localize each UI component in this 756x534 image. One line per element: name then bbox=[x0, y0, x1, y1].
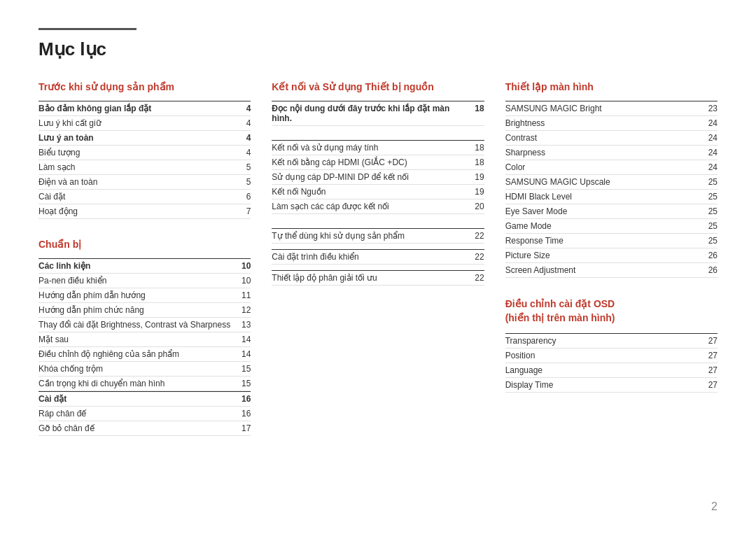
item-label: Khóa chống trộm bbox=[38, 364, 237, 374]
item-label: Làm sạch các cáp được kết nối bbox=[272, 202, 470, 211]
section1-title: Trước khi sử dụng sản phẩm bbox=[38, 81, 251, 92]
list-item: Language27 bbox=[505, 363, 718, 378]
item-page: 25 bbox=[704, 206, 718, 216]
item-label: Thay đổi cài đặt Brightness, Contrast và… bbox=[38, 320, 237, 330]
item-page: 25 bbox=[704, 192, 718, 202]
list-item: Sharpness24 bbox=[505, 146, 718, 160]
item-page: 5 bbox=[237, 162, 251, 172]
item-page: 15 bbox=[237, 364, 251, 374]
item-label: Game Mode bbox=[505, 221, 704, 231]
item-page: 14 bbox=[237, 335, 251, 344]
item-label: Color bbox=[505, 162, 704, 172]
item-label: Lưu ý khi cất giữ bbox=[38, 118, 237, 128]
top-bar bbox=[38, 28, 136, 30]
list-item: SAMSUNG MAGIC Upscale25 bbox=[505, 175, 718, 190]
item-label: Gỡ bỏ chân đế bbox=[38, 423, 237, 433]
list-item: Kết nối Nguồn19 bbox=[272, 185, 484, 199]
item-page: 13 bbox=[237, 320, 251, 330]
item-label: Transparency bbox=[505, 336, 704, 346]
item-page: 25 bbox=[704, 221, 718, 231]
item-page: 4 bbox=[237, 148, 251, 157]
col2-intro-group: Đọc nội dung dưới đây trước khi lắp đặt … bbox=[272, 101, 484, 126]
item-page: 7 bbox=[237, 206, 251, 216]
col3-sec2-items: Transparency27Position27Language27Displa… bbox=[505, 333, 718, 393]
col2-intro-label: Đọc nội dung dưới đây trước khi lắp đặt … bbox=[272, 104, 470, 123]
item-label: Picture Size bbox=[505, 251, 704, 260]
list-item: Bảo đảm không gian lắp đặt4 bbox=[38, 101, 251, 116]
list-item: Hướng dẫn phím chức năng12 bbox=[38, 303, 251, 318]
list-item: Điều chỉnh độ nghiêng của sản phẩm14 bbox=[38, 347, 251, 362]
section2-items: Các linh kiện10Pa-nen điều khiển10Hướng … bbox=[38, 258, 251, 436]
item-page: 26 bbox=[704, 251, 718, 260]
item-label: Biểu tượng bbox=[38, 148, 237, 157]
item-label: Response Time bbox=[505, 236, 704, 246]
list-item: Kết nối bằng cáp HDMI (GIẮC +DC)18 bbox=[272, 155, 484, 170]
list-item: Transparency27 bbox=[505, 333, 718, 349]
col2-item2-label: Tự thể dùng khi sử dụng sản phẩm bbox=[272, 231, 470, 241]
list-item: SAMSUNG MAGIC Bright23 bbox=[505, 101, 718, 116]
col2-extra: Tự thể dùng khi sử dụng sản phẩm 22 Cài … bbox=[272, 228, 484, 286]
item-label: Kết nối và sử dụng máy tính bbox=[272, 143, 470, 153]
item-label: Lưu ý an toàn bbox=[38, 133, 237, 143]
item-page: 18 bbox=[470, 143, 484, 153]
list-item: Lưu ý an toàn4 bbox=[38, 131, 251, 146]
item-label: Hướng dẫn phím dẫn hướng bbox=[38, 290, 237, 300]
item-page: 24 bbox=[704, 118, 718, 128]
col2-intro-page: 18 bbox=[470, 104, 484, 113]
item-page: 16 bbox=[237, 409, 251, 419]
item-label: Eye Saver Mode bbox=[505, 206, 704, 216]
col2-item2-page: 22 bbox=[470, 231, 484, 241]
list-item: Screen Adjustment26 bbox=[505, 263, 718, 278]
section1-items: Bảo đảm không gian lắp đặt4Lưu ý khi cất… bbox=[38, 101, 251, 219]
list-item: Gỡ bỏ chân đế17 bbox=[38, 421, 251, 436]
list-item: Sử dụng cáp DP-MINI DP để kết nối19 bbox=[272, 170, 484, 185]
item-page: 25 bbox=[704, 177, 718, 187]
item-label: Ráp chân đế bbox=[38, 409, 237, 419]
item-page: 10 bbox=[237, 261, 251, 271]
item-label: Điều chỉnh độ nghiêng của sản phẩm bbox=[38, 349, 237, 359]
item-label: Sử dụng cáp DP-MINI DP để kết nối bbox=[272, 172, 470, 182]
list-item: Hướng dẫn phím dẫn hướng11 bbox=[38, 288, 251, 303]
list-item: Ráp chân đế16 bbox=[38, 407, 251, 421]
col2-items: Kết nối và sử dụng máy tính18Kết nối bằn… bbox=[272, 140, 484, 214]
list-item: Biểu tượng4 bbox=[38, 146, 251, 160]
item-page: 18 bbox=[470, 157, 484, 167]
item-page: 20 bbox=[470, 202, 484, 211]
list-item: Picture Size26 bbox=[505, 248, 718, 263]
col2-item3-label: Cài đặt trình điều khiển bbox=[272, 252, 470, 262]
section2-title: Chuẩn bị bbox=[38, 239, 251, 250]
page-title: Mục lục bbox=[38, 38, 718, 60]
item-label: Các linh kiện bbox=[38, 261, 237, 271]
column-2: Kết nối và Sử dụng Thiết bị nguồn Đọc nộ… bbox=[272, 81, 505, 450]
list-item: Cần trọng khi di chuyển màn hình15 bbox=[38, 377, 251, 391]
list-item: Điện và an toàn5 bbox=[38, 175, 251, 190]
item-label: Làm sạch bbox=[38, 162, 237, 172]
list-item: Brightness24 bbox=[505, 116, 718, 131]
list-item: Làm sạch các cáp được kết nối20 bbox=[272, 199, 484, 214]
item-label: Language bbox=[505, 365, 704, 375]
item-label: HDMI Black Level bbox=[505, 192, 704, 202]
columns-wrapper: Trước khi sử dụng sản phẩm Bảo đảm không… bbox=[38, 81, 718, 450]
item-label: Hoạt động bbox=[38, 206, 237, 216]
col2-item4: Thiết lập độ phân giải tối ưu 22 bbox=[272, 270, 484, 286]
item-page: 14 bbox=[237, 349, 251, 359]
list-item: HDMI Black Level25 bbox=[505, 190, 718, 204]
item-page: 19 bbox=[470, 187, 484, 197]
item-page: 17 bbox=[237, 423, 251, 433]
column-1: Trước khi sử dụng sản phẩm Bảo đảm không… bbox=[38, 81, 272, 450]
item-page: 12 bbox=[237, 305, 251, 315]
list-item: Thay đổi cài đặt Brightness, Contrast và… bbox=[38, 318, 251, 332]
col3-section2-title: Điều chỉnh cài đặt OSD(hiển thị trên màn… bbox=[505, 297, 718, 325]
item-page: 19 bbox=[470, 172, 484, 182]
list-item: Cài đặt6 bbox=[38, 190, 251, 204]
item-page: 24 bbox=[704, 162, 718, 172]
col3-sec1-items: SAMSUNG MAGIC Bright23Brightness24Contra… bbox=[505, 101, 718, 278]
list-item: Position27 bbox=[505, 349, 718, 363]
item-label: Screen Adjustment bbox=[505, 265, 704, 275]
item-label: Display Time bbox=[505, 380, 704, 390]
item-page: 10 bbox=[237, 276, 251, 286]
col2-item4-page: 22 bbox=[470, 273, 484, 283]
item-label: Cài đặt bbox=[38, 192, 237, 202]
list-item: Pa-nen điều khiển10 bbox=[38, 274, 251, 288]
item-label: Mặt sau bbox=[38, 335, 237, 344]
